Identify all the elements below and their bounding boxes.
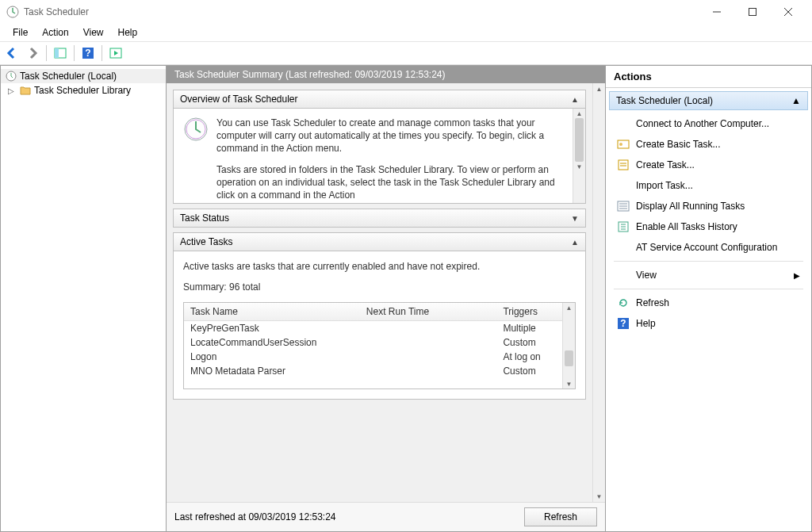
- actions-subtitle[interactable]: Task Scheduler (Local) ▲: [609, 91, 808, 110]
- overview-scrollbar[interactable]: ▲ ▼: [573, 109, 585, 203]
- active-tasks-title: Active Tasks: [180, 236, 232, 247]
- action-label: Display All Running Tasks: [636, 201, 745, 212]
- actions-subtitle-label: Task Scheduler (Local): [616, 95, 713, 106]
- action-display-running[interactable]: Display All Running Tasks: [606, 196, 811, 216]
- task-status-section: Task Status ▼: [173, 209, 586, 228]
- toolbar-separator: [46, 45, 47, 61]
- table-row[interactable]: MNO Metadata ParserCustom: [184, 364, 575, 378]
- center-panel: Task Scheduler Summary (Last refreshed: …: [167, 65, 606, 532]
- toolbar-separator: [102, 45, 102, 61]
- task-status-header[interactable]: Task Status ▼: [173, 209, 586, 228]
- action-label: Create Task...: [636, 159, 695, 170]
- action-label: Connect to Another Computer...: [636, 118, 769, 129]
- table-row[interactable]: LocateCommandUserSessionCustom: [184, 335, 575, 350]
- action-label: AT Service Account Configuration: [636, 242, 777, 253]
- col-next-run[interactable]: Next Run Time: [360, 303, 497, 321]
- action-label: Create Basic Task...: [636, 139, 721, 150]
- app-clock-icon: [6, 6, 19, 18]
- actions-title: Actions: [606, 66, 811, 88]
- action-at-service[interactable]: AT Service Account Configuration: [606, 237, 811, 258]
- window-title: Task Scheduler: [24, 6, 89, 17]
- menu-view[interactable]: View: [77, 25, 110, 40]
- list-icon: [617, 200, 630, 212]
- main-layout: Task Scheduler (Local) ▷ Task Scheduler …: [0, 65, 812, 532]
- center-scrollbar[interactable]: ▲ ▼: [592, 83, 605, 502]
- col-task-name[interactable]: Task Name: [184, 303, 360, 321]
- collapse-icon: ▲: [791, 95, 801, 106]
- run-button[interactable]: [107, 44, 124, 62]
- table-scrollbar[interactable]: ▲ ▼: [562, 303, 575, 388]
- svg-text:?: ?: [85, 48, 90, 59]
- active-tasks-body: Active tasks are tasks that are currentl…: [173, 251, 586, 400]
- scroll-down-icon[interactable]: ▼: [563, 379, 575, 388]
- close-button[interactable]: [770, 0, 806, 24]
- folder-icon: [20, 85, 31, 96]
- refresh-icon: [617, 297, 630, 309]
- history-icon: [617, 220, 630, 233]
- tree-expand-caret[interactable]: ▷: [6, 86, 17, 95]
- action-label: Refresh: [636, 297, 669, 308]
- menu-file[interactable]: File: [6, 25, 34, 40]
- action-create-task[interactable]: Create Task...: [606, 155, 811, 175]
- active-tasks-section: Active Tasks ▲ Active tasks are tasks th…: [173, 232, 586, 400]
- actions-panel: Actions Task Scheduler (Local) ▲ Connect…: [606, 65, 812, 532]
- action-connect[interactable]: Connect to Another Computer...: [606, 113, 811, 134]
- wizard-icon: [617, 138, 630, 151]
- active-tasks-header[interactable]: Active Tasks ▲: [173, 232, 586, 251]
- tree-library-label: Task Scheduler Library: [34, 85, 131, 96]
- show-hide-tree-button[interactable]: [52, 44, 69, 62]
- overview-text: You can use Task Scheduler to create and…: [216, 117, 576, 195]
- action-refresh[interactable]: Refresh: [606, 293, 811, 313]
- scroll-thumb[interactable]: [565, 350, 573, 366]
- minimize-button[interactable]: [699, 0, 734, 24]
- action-help[interactable]: ? Help: [606, 313, 811, 334]
- clock-icon: [6, 71, 17, 82]
- blank-icon: [617, 117, 630, 130]
- active-tasks-summary: Summary: 96 total: [183, 281, 576, 293]
- scroll-up-icon[interactable]: ▲: [593, 83, 605, 94]
- scroll-up-icon[interactable]: ▲: [563, 303, 575, 312]
- action-create-basic-task[interactable]: Create Basic Task...: [606, 134, 811, 155]
- separator: [614, 261, 803, 262]
- menu-action[interactable]: Action: [36, 25, 75, 40]
- toolbar: ?: [0, 41, 812, 65]
- blank-icon: [617, 179, 630, 192]
- table-row[interactable]: KeyPreGenTaskMultiple: [184, 321, 575, 336]
- tree-root-label: Task Scheduler (Local): [20, 71, 117, 82]
- svg-text:?: ?: [620, 318, 626, 329]
- submenu-arrow-icon: ▶: [794, 271, 800, 280]
- back-button[interactable]: [3, 44, 21, 62]
- scroll-down-icon[interactable]: ▼: [573, 162, 585, 171]
- refresh-button[interactable]: Refresh: [524, 507, 597, 526]
- expand-icon: ▼: [571, 214, 579, 223]
- action-enable-history[interactable]: Enable All Tasks History: [606, 216, 811, 237]
- action-import-task[interactable]: Import Task...: [606, 175, 811, 196]
- action-label: View: [636, 270, 657, 281]
- menubar: File Action View Help: [0, 24, 812, 41]
- task-icon: [617, 159, 630, 171]
- svg-rect-3: [55, 48, 59, 58]
- help-icon: ?: [617, 317, 630, 330]
- overview-paragraph-1: You can use Task Scheduler to create and…: [216, 117, 576, 155]
- tree-root-node[interactable]: Task Scheduler (Local): [1, 69, 166, 83]
- svg-rect-12: [619, 160, 628, 170]
- maximize-button[interactable]: [734, 0, 770, 24]
- forward-button[interactable]: [24, 44, 41, 62]
- scroll-thumb[interactable]: [575, 118, 584, 162]
- summary-body: Overview of Task Scheduler ▲ You can use…: [167, 83, 592, 502]
- action-view[interactable]: View ▶: [606, 265, 811, 285]
- scroll-down-icon[interactable]: ▼: [593, 491, 605, 502]
- help-button[interactable]: ?: [79, 44, 97, 62]
- titlebar: Task Scheduler: [0, 0, 812, 24]
- tree-library-node[interactable]: ▷ Task Scheduler Library: [1, 83, 166, 98]
- scroll-up-icon[interactable]: ▲: [573, 109, 585, 118]
- separator: [614, 289, 803, 289]
- task-status-title: Task Status: [180, 212, 229, 224]
- toolbar-separator: [74, 45, 75, 61]
- last-refreshed-label: Last refreshed at 09/03/2019 12:53:24: [174, 511, 336, 522]
- collapse-icon: ▲: [571, 95, 579, 104]
- table-row[interactable]: LogonAt log on: [184, 350, 575, 364]
- menu-help[interactable]: Help: [112, 25, 144, 40]
- svg-point-11: [619, 143, 622, 146]
- overview-header[interactable]: Overview of Task Scheduler ▲: [173, 90, 586, 109]
